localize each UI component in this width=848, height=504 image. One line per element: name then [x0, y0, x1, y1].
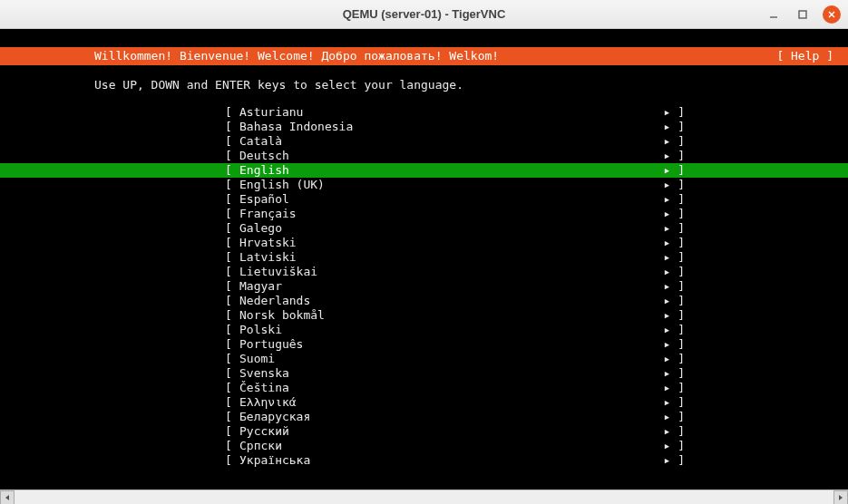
bracket-open: [	[225, 424, 239, 439]
language-option[interactable]: [ Català▸ ]	[0, 134, 848, 149]
bracket-open: [	[225, 308, 239, 323]
language-name: Deutsch	[239, 149, 289, 163]
language-option[interactable]: [ Suomi▸ ]	[0, 352, 848, 366]
language-option[interactable]: [ Magyar▸ ]	[0, 279, 848, 294]
language-name: Galego	[239, 221, 282, 236]
submenu-indicator: ▸ ]	[664, 236, 848, 250]
language-option[interactable]: [ Čeština▸ ]	[0, 381, 848, 395]
language-name: English	[239, 163, 289, 178]
bracket-open: [	[225, 207, 239, 221]
bracket-open: [	[225, 453, 239, 468]
close-button[interactable]	[823, 5, 841, 24]
language-option[interactable]: [ Norsk bokmål▸ ]	[0, 308, 848, 323]
bracket-open: [	[225, 250, 239, 265]
language-name: Suomi	[239, 352, 275, 366]
svg-marker-4	[5, 495, 9, 500]
bracket-open: [	[225, 163, 239, 178]
language-name: Magyar	[239, 279, 282, 294]
submenu-indicator: ▸ ]	[664, 294, 848, 308]
bracket-open: [	[225, 410, 239, 424]
submenu-indicator: ▸ ]	[664, 352, 848, 366]
language-option[interactable]: [ Русский▸ ]	[0, 424, 848, 439]
window-title: QEMU (server-01) - TigerVNC	[7, 7, 841, 21]
svg-rect-1	[799, 11, 806, 18]
bracket-open: [	[225, 337, 239, 352]
language-name: Hrvatski	[239, 236, 297, 250]
submenu-indicator: ▸ ]	[664, 221, 848, 236]
scroll-track[interactable]	[15, 490, 833, 505]
language-option[interactable]: [ Asturianu▸ ]	[0, 105, 848, 120]
language-option[interactable]: [ Bahasa Indonesia▸ ]	[0, 120, 848, 134]
header-bar: Willkommen! Bienvenue! Welcome! Добро по…	[0, 47, 848, 65]
language-option[interactable]: [ Українська▸ ]	[0, 453, 848, 468]
submenu-indicator: ▸ ]	[664, 163, 848, 178]
language-name: Nederlands	[239, 294, 310, 308]
language-option[interactable]: [ Lietuviškai▸ ]	[0, 265, 848, 279]
language-option[interactable]: [ Ελληνικά▸ ]	[0, 395, 848, 410]
language-name: English (UK)	[239, 178, 325, 192]
language-option[interactable]: [ English (UK)▸ ]	[0, 178, 848, 192]
scroll-left-button[interactable]	[0, 490, 15, 505]
submenu-indicator: ▸ ]	[664, 395, 848, 410]
help-button[interactable]: [ Help ]	[776, 49, 833, 63]
submenu-indicator: ▸ ]	[664, 308, 848, 323]
submenu-indicator: ▸ ]	[664, 192, 848, 207]
language-name: Čeština	[239, 381, 289, 395]
submenu-indicator: ▸ ]	[664, 410, 848, 424]
language-name: Ελληνικά	[239, 395, 297, 410]
language-name: Svenska	[239, 366, 289, 381]
bracket-open: [	[225, 395, 239, 410]
bracket-open: [	[225, 294, 239, 308]
language-option[interactable]: [ Hrvatski▸ ]	[0, 236, 848, 250]
language-name: Português	[239, 337, 303, 352]
bracket-open: [	[225, 105, 239, 120]
language-option[interactable]: [ Polski▸ ]	[0, 323, 848, 337]
language-option[interactable]: [ Nederlands▸ ]	[0, 294, 848, 308]
welcome-text: Willkommen! Bienvenue! Welcome! Добро по…	[15, 49, 776, 63]
submenu-indicator: ▸ ]	[664, 453, 848, 468]
bracket-open: [	[225, 352, 239, 366]
language-option[interactable]: [ Galego▸ ]	[0, 221, 848, 236]
bracket-open: [	[225, 265, 239, 279]
bracket-open: [	[225, 323, 239, 337]
bracket-open: [	[225, 439, 239, 453]
bracket-open: [	[225, 192, 239, 207]
language-option[interactable]: [ English▸ ]	[0, 163, 848, 178]
language-option[interactable]: [ Latviski▸ ]	[0, 250, 848, 265]
language-option[interactable]: [ Српски▸ ]	[0, 439, 848, 453]
submenu-indicator: ▸ ]	[664, 134, 848, 149]
language-name: Українська	[239, 453, 310, 468]
submenu-indicator: ▸ ]	[664, 439, 848, 453]
language-name: Polski	[239, 323, 282, 337]
language-option[interactable]: [ Español▸ ]	[0, 192, 848, 207]
instruction-text: Use UP, DOWN and ENTER keys to select yo…	[0, 65, 848, 105]
language-name: Bahasa Indonesia	[239, 120, 353, 134]
bracket-open: [	[225, 366, 239, 381]
language-name: Lietuviškai	[239, 265, 317, 279]
submenu-indicator: ▸ ]	[664, 323, 848, 337]
maximize-button[interactable]	[794, 5, 812, 24]
minimize-button[interactable]	[765, 5, 783, 24]
language-name: Català	[239, 134, 282, 149]
language-option[interactable]: [ Français▸ ]	[0, 207, 848, 221]
language-option[interactable]: [ Svenska▸ ]	[0, 366, 848, 381]
language-option[interactable]: [ Беларуская▸ ]	[0, 410, 848, 424]
language-name: Asturianu	[239, 105, 303, 120]
submenu-indicator: ▸ ]	[664, 250, 848, 265]
language-name: Беларуская	[239, 410, 310, 424]
language-option[interactable]: [ Deutsch▸ ]	[0, 149, 848, 163]
language-name: Српски	[239, 439, 282, 453]
language-name: Latviski	[239, 250, 297, 265]
bracket-open: [	[225, 134, 239, 149]
svg-marker-5	[839, 495, 843, 500]
language-list[interactable]: [ Asturianu▸ ][ Bahasa Indonesia▸ ][ Cat…	[0, 105, 848, 468]
language-option[interactable]: [ Português▸ ]	[0, 337, 848, 352]
submenu-indicator: ▸ ]	[664, 265, 848, 279]
scroll-right-button[interactable]	[833, 490, 848, 505]
language-name: Español	[239, 192, 289, 207]
bracket-open: [	[225, 221, 239, 236]
horizontal-scrollbar[interactable]	[0, 489, 848, 504]
bracket-open: [	[225, 149, 239, 163]
submenu-indicator: ▸ ]	[664, 149, 848, 163]
submenu-indicator: ▸ ]	[664, 424, 848, 439]
